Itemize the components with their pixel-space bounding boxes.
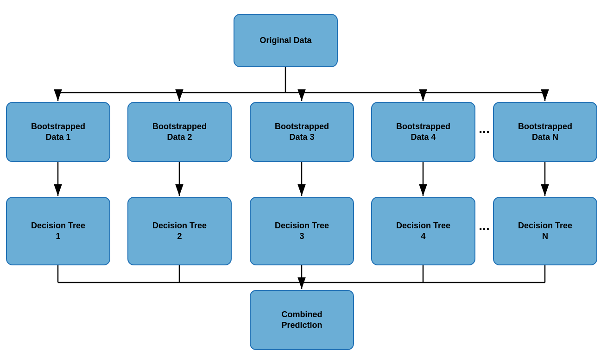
bootstrap-node-2: BootstrappedData 2	[127, 102, 232, 162]
original-data-node: Original Data	[234, 14, 338, 67]
bootstrap-node-n: BootstrappedData N	[493, 102, 597, 162]
tree-node-3: Decision Tree3	[250, 197, 354, 265]
bootstrap-label-3: BootstrappedData 3	[275, 121, 329, 143]
original-data-label: Original Data	[259, 35, 311, 46]
tree-label-n: Decision TreeN	[518, 220, 572, 242]
diagram: Original Data BootstrappedData 1 Bootstr…	[0, 0, 607, 364]
bootstrap-label-n: BootstrappedData N	[518, 121, 572, 143]
tree-label-3: Decision Tree3	[275, 220, 329, 242]
dots-bootstrap: ···	[475, 118, 493, 146]
bootstrap-node-4: BootstrappedData 4	[371, 102, 475, 162]
tree-label-2: Decision Tree2	[152, 220, 207, 242]
bootstrap-node-1: BootstrappedData 1	[6, 102, 110, 162]
tree-node-4: Decision Tree4	[371, 197, 475, 265]
bootstrap-label-2: BootstrappedData 2	[152, 121, 207, 143]
combined-prediction-label: CombinedPrediction	[281, 309, 322, 331]
tree-label-4: Decision Tree4	[396, 220, 450, 242]
tree-node-1: Decision Tree1	[6, 197, 110, 265]
tree-node-2: Decision Tree2	[127, 197, 232, 265]
tree-label-1: Decision Tree1	[31, 220, 85, 242]
bootstrap-label-1: BootstrappedData 1	[31, 121, 85, 143]
bootstrap-node-3: BootstrappedData 3	[250, 102, 354, 162]
tree-node-n: Decision TreeN	[493, 197, 597, 265]
combined-prediction-node: CombinedPrediction	[250, 290, 354, 350]
dots-trees: ···	[475, 215, 493, 243]
bootstrap-label-4: BootstrappedData 4	[396, 121, 450, 143]
